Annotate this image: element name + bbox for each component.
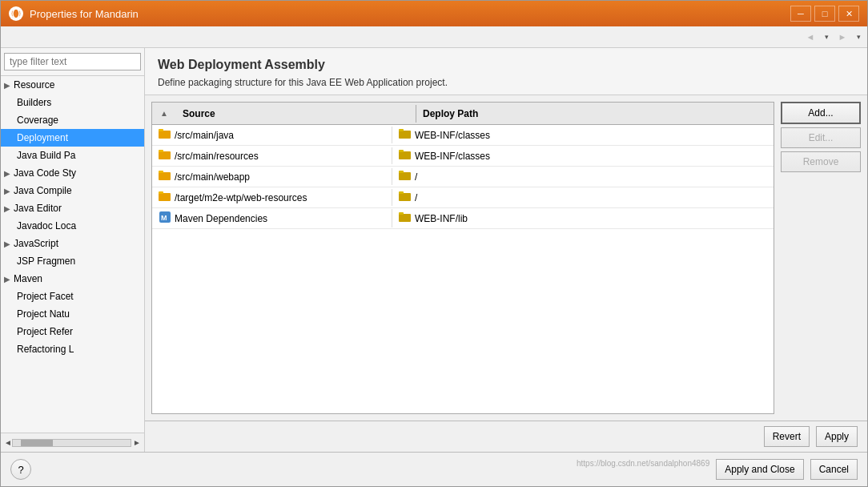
sidebar-item[interactable]: ▶Resource xyxy=(1,76,144,94)
table-row[interactable]: /target/m2e-wtp/web-resources/ xyxy=(152,187,774,208)
svg-text:M: M xyxy=(161,214,167,222)
svg-rect-25 xyxy=(399,191,404,194)
sidebar-item[interactable]: Deployment xyxy=(1,129,144,147)
window-controls: ─ □ ✕ xyxy=(790,6,859,22)
maximize-button[interactable]: □ xyxy=(814,6,835,22)
sidebar-item[interactable]: Project Facet xyxy=(1,288,144,305)
minimize-button[interactable]: ─ xyxy=(790,6,811,22)
search-input[interactable] xyxy=(4,53,141,70)
table-scroll-up[interactable]: ▲ xyxy=(152,109,176,118)
deploy-cell: WEB-INF/classes xyxy=(392,127,774,143)
remove-button[interactable]: Remove xyxy=(781,151,861,172)
sidebar-item[interactable]: Java Build Pa xyxy=(1,147,144,164)
sidebar-item-label: Project Facet xyxy=(17,291,74,302)
sidebar-item[interactable]: Javadoc Loca xyxy=(1,217,144,235)
expand-arrow-icon: ▶ xyxy=(4,169,10,178)
deploy-folder-icon xyxy=(399,191,412,204)
help-button[interactable]: ? xyxy=(10,459,31,480)
svg-rect-7 xyxy=(399,129,404,131)
footer-right: https://blog.csdn.net/sandalphon4869 App… xyxy=(577,459,858,480)
sidebar-item[interactable]: ▶Maven xyxy=(1,270,144,288)
svg-rect-16 xyxy=(159,171,163,173)
sidebar-item-label: Maven xyxy=(14,273,42,284)
url-watermark: https://blog.csdn.net/sandalphon4869 xyxy=(577,459,709,480)
cancel-button[interactable]: Cancel xyxy=(810,459,858,480)
deploy-path: / xyxy=(415,171,417,183)
scroll-left-btn[interactable]: ◄ xyxy=(4,438,12,447)
sidebar-search-area xyxy=(1,48,144,76)
source-path: /src/main/webapp xyxy=(175,171,250,183)
expand-arrow-icon: ▶ xyxy=(4,187,10,195)
deploy-folder-icon xyxy=(399,149,412,163)
deploy-path: WEB-INF/lib xyxy=(415,213,468,224)
sidebar-item[interactable]: Builders xyxy=(1,94,144,111)
table-row[interactable]: /src/main/javaWEB-INF/classes xyxy=(152,125,774,146)
table-header: ▲ Source Deploy Path xyxy=(152,103,774,125)
folder-icon xyxy=(159,170,171,183)
back-dropdown[interactable]: ▾ xyxy=(821,28,832,46)
sidebar: ▶ResourceBuildersCoverageDeploymentJava … xyxy=(1,48,145,452)
sidebar-item-label: Java Editor xyxy=(14,203,62,214)
source-path: /target/m2e-wtp/web-resources xyxy=(175,192,307,203)
table-row[interactable]: MMaven DependenciesWEB-INF/lib xyxy=(152,208,774,229)
sidebar-item[interactable]: Project Natu xyxy=(1,305,144,323)
content-description: Define packaging structure for this Java… xyxy=(158,77,854,88)
sidebar-item[interactable]: Coverage xyxy=(1,111,144,129)
sidebar-hscrollbar[interactable] xyxy=(12,439,131,447)
sidebar-hscroll-thumb xyxy=(21,440,53,446)
table-row[interactable]: /src/main/webapp/ xyxy=(152,167,774,187)
deploy-cell: WEB-INF/classes xyxy=(392,147,774,164)
source-cell: MMaven Dependencies xyxy=(152,209,392,227)
source-column-header: Source xyxy=(176,105,416,123)
apply-button[interactable]: Apply xyxy=(816,426,858,447)
deploy-folder-icon xyxy=(399,128,412,142)
deploy-cell: WEB-INF/lib xyxy=(392,210,774,227)
table-body: /src/main/javaWEB-INF/classes/src/main/r… xyxy=(152,125,774,413)
deploy-path: WEB-INF/classes xyxy=(415,151,490,162)
table-row[interactable]: /src/main/resourcesWEB-INF/classes xyxy=(152,146,774,167)
forward-button[interactable]: ► xyxy=(834,28,851,46)
edit-button[interactable]: Edit... xyxy=(781,127,861,148)
expand-arrow-icon: ▶ xyxy=(4,204,10,213)
sidebar-item-label: Coverage xyxy=(17,115,58,126)
source-cell: /src/main/java xyxy=(152,127,392,143)
content-area: Web Deployment Assembly Define packaging… xyxy=(145,48,867,452)
back-button[interactable]: ◄ xyxy=(802,28,819,46)
close-button[interactable]: ✕ xyxy=(838,6,859,22)
expand-arrow-icon: ▶ xyxy=(4,239,10,248)
expand-arrow-icon: ▶ xyxy=(4,275,10,284)
footer-left: ? xyxy=(10,459,31,480)
content-title: Web Deployment Assembly xyxy=(158,58,854,72)
sidebar-item[interactable]: JSP Fragmen xyxy=(1,252,144,270)
revert-button[interactable]: Revert xyxy=(764,426,810,447)
sidebar-item-label: Builders xyxy=(17,97,51,108)
folder-icon xyxy=(159,149,171,163)
apply-and-close-button[interactable]: Apply and Close xyxy=(716,459,803,480)
nav-toolbar: ◄ ▾ ► ▾ xyxy=(1,26,867,48)
source-cell: /target/m2e-wtp/web-resources xyxy=(152,189,392,206)
bottom-action-bar: Revert Apply xyxy=(145,421,867,452)
sidebar-item[interactable]: Project Refer xyxy=(1,323,144,340)
deploy-cell: / xyxy=(392,189,774,206)
sidebar-item[interactable]: ▶Java Code Sty xyxy=(1,164,144,182)
sidebar-scroll-area: ▶ResourceBuildersCoverageDeploymentJava … xyxy=(1,76,144,433)
sidebar-item[interactable]: ▶JavaScript xyxy=(1,235,144,252)
sidebar-item-label: Resource xyxy=(14,79,54,91)
sidebar-item-label: Javadoc Loca xyxy=(17,220,76,231)
source-cell: /src/main/webapp xyxy=(152,168,392,185)
scroll-right-btn[interactable]: ► xyxy=(133,438,141,447)
sidebar-item[interactable]: ▶Java Compile xyxy=(1,182,144,199)
svg-rect-30 xyxy=(399,212,404,215)
main-body: ▶ResourceBuildersCoverageDeploymentJava … xyxy=(1,48,867,452)
content-main: ▲ Source Deploy Path /src/main/javaWEB-I… xyxy=(145,95,867,421)
eclipse-icon xyxy=(9,6,23,21)
sidebar-item[interactable]: Refactoring L xyxy=(1,340,144,358)
sidebar-list: ▶ResourceBuildersCoverageDeploymentJava … xyxy=(1,76,144,433)
add-button[interactable]: Add... xyxy=(781,102,861,124)
sidebar-item-label: Deployment xyxy=(17,132,68,143)
title-bar: Properties for Mandarin ─ □ ✕ xyxy=(1,1,867,26)
forward-dropdown[interactable]: ▾ xyxy=(853,28,864,46)
sidebar-item[interactable]: ▶Java Editor xyxy=(1,199,144,217)
source-path: Maven Dependencies xyxy=(175,213,267,224)
svg-rect-13 xyxy=(399,150,404,152)
